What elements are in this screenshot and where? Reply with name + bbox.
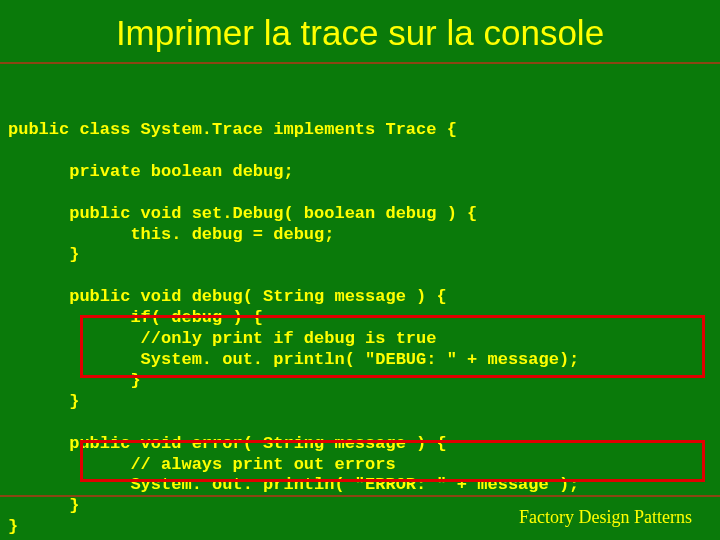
code-line: } [8, 392, 79, 411]
highlight-box-debug [80, 315, 705, 378]
bottom-underline [0, 495, 720, 497]
code-line: public class System.Trace implements Tra… [8, 120, 457, 139]
code-line: public void set.Debug( boolean debug ) { [8, 204, 477, 223]
title-underline [0, 62, 720, 64]
slide-title: Imprimer la trace sur la console [0, 0, 720, 57]
code-line: private boolean debug; [8, 162, 294, 181]
code-line: this. debug = debug; [8, 225, 334, 244]
code-line: } [8, 496, 79, 515]
footer-text: Factory Design Patterns [519, 507, 692, 528]
code-line: } [8, 245, 79, 264]
highlight-box-error [80, 440, 705, 482]
code-line: public void debug( String message ) { [8, 287, 447, 306]
code-line: } [8, 517, 18, 536]
